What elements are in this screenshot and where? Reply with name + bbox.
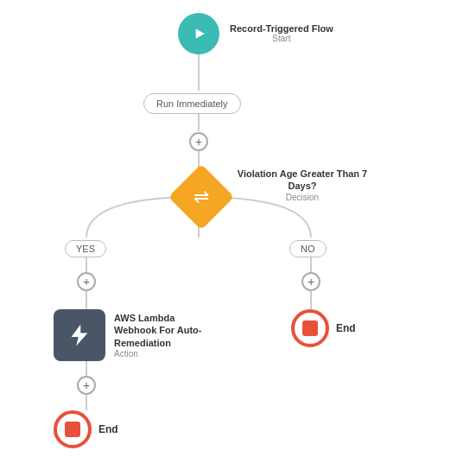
add-button-1[interactable]: + <box>189 132 208 151</box>
run-immediately-node[interactable]: Run Immediately <box>143 93 241 114</box>
start-node: Record-Triggered Flow Start <box>178 13 219 54</box>
flow-lines <box>0 0 463 476</box>
flow-title: Record-Triggered Flow <box>230 23 333 34</box>
add-icon-left[interactable]: + <box>77 272 96 291</box>
add-button-right[interactable]: + <box>301 272 320 291</box>
decision-icon: ⇌ <box>193 186 209 208</box>
decision-node[interactable]: ⇌ <box>175 171 227 223</box>
end-circle-left <box>54 410 92 448</box>
end-circle-right <box>291 309 329 347</box>
add-button-left[interactable]: + <box>77 272 96 291</box>
yes-label-node: YES <box>65 240 106 257</box>
yes-label: YES <box>65 240 106 257</box>
start-sublabel: Start <box>230 34 333 43</box>
add-icon-right[interactable]: + <box>301 272 320 291</box>
no-label: NO <box>289 240 327 257</box>
add-icon-1[interactable]: + <box>189 132 208 151</box>
decision-label: Violation Age Greater Than 7 Days? <box>233 168 371 193</box>
decision-sublabel: Decision <box>233 193 371 202</box>
svg-marker-10 <box>196 29 205 39</box>
start-circle[interactable] <box>178 13 219 54</box>
end-label-left: End <box>98 423 118 435</box>
no-label-node: NO <box>289 240 327 257</box>
add-icon-left-2[interactable]: + <box>77 376 96 395</box>
end-node-right: End <box>291 309 356 347</box>
flow-canvas: Record-Triggered Flow Start Run Immediat… <box>0 0 463 476</box>
decision-diamond: ⇌ <box>168 164 234 230</box>
action-node[interactable]: AWS Lambda Webhook For Auto-Remediation … <box>54 309 218 361</box>
lambda-icon-box <box>54 309 105 361</box>
lambda-icon <box>67 322 92 348</box>
run-immediately-label: Run Immediately <box>143 93 241 114</box>
action-text-group: AWS Lambda Webhook For Auto-Remediation … <box>114 312 218 359</box>
decision-label-group: Violation Age Greater Than 7 Days? Decis… <box>233 164 371 202</box>
play-icon <box>190 25 207 42</box>
end-node-left: End <box>54 410 118 448</box>
action-sublabel: Action <box>114 349 218 359</box>
end-label-right: End <box>336 322 356 334</box>
action-label: AWS Lambda Webhook For Auto-Remediation <box>114 312 218 349</box>
stop-icon-left <box>65 422 80 437</box>
add-button-left-2[interactable]: + <box>77 376 96 395</box>
stop-icon-right <box>302 321 318 336</box>
